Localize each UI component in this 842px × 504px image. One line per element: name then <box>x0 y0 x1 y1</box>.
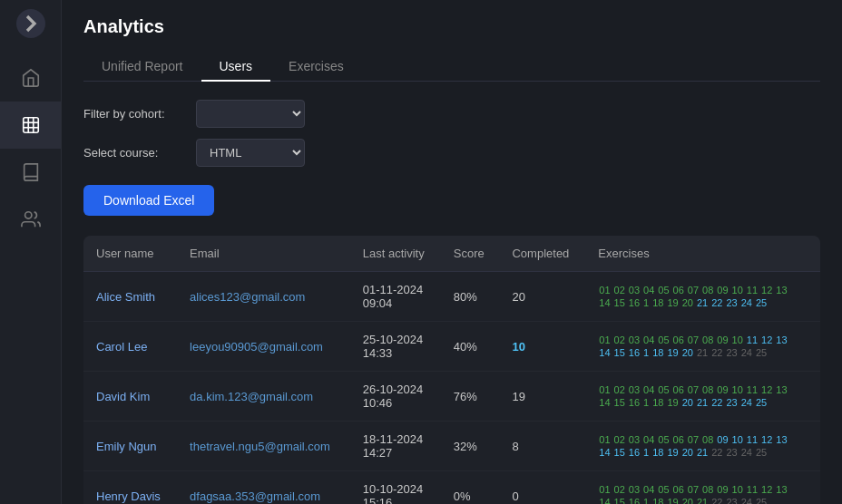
exercise-number: 03 <box>628 484 641 495</box>
col-score: Score <box>441 236 500 272</box>
exercise-number: 06 <box>672 334 685 345</box>
chevron-right-icon <box>16 9 45 38</box>
exercise-number: 04 <box>642 285 655 296</box>
sidebar-item-home[interactable] <box>0 54 61 102</box>
book-icon <box>21 162 41 182</box>
exercise-number: 02 <box>613 285 626 296</box>
exercise-number: 10 <box>731 285 744 296</box>
exercise-number: 01 <box>598 334 611 345</box>
exercise-number: 05 <box>657 384 670 395</box>
table-icon <box>21 115 41 135</box>
cell-email: alices123@gmail.com <box>177 272 350 322</box>
exercise-number: 07 <box>687 334 700 345</box>
exercise-number: 25 <box>755 347 768 358</box>
exercise-number: 14 <box>598 347 611 358</box>
exercise-number: 16 <box>628 347 641 358</box>
cell-email: da.kim.123@gmail.com <box>177 372 350 422</box>
cell-exercises: 0102030405060708091011121314151611819202… <box>585 372 820 422</box>
main-content: Analytics Unified Report Users Exercises… <box>62 0 842 504</box>
exercise-number: 24 <box>740 347 753 358</box>
sidebar-toggle-button[interactable] <box>16 9 45 38</box>
exercise-number: 25 <box>755 447 768 458</box>
exercise-number: 12 <box>760 285 773 296</box>
table-body: Alice Smithalices123@gmail.com01-11-2024… <box>83 272 820 505</box>
exercise-number: 14 <box>598 447 611 458</box>
exercise-number: 24 <box>740 497 753 504</box>
tab-exercises[interactable]: Exercises <box>270 52 362 81</box>
exercise-number: 19 <box>666 447 679 458</box>
col-exercises: Exercises <box>585 236 820 272</box>
exercise-number: 20 <box>681 447 694 458</box>
exercise-number: 25 <box>755 397 768 408</box>
cell-username: Henry Davis <box>83 471 177 505</box>
exercise-number: 18 <box>651 447 664 458</box>
exercise-number: 22 <box>710 497 723 504</box>
download-excel-button[interactable]: Download Excel <box>83 185 214 216</box>
exercise-number: 23 <box>725 297 738 308</box>
exercise-number: 01 <box>598 384 611 395</box>
course-label: Select course: <box>83 146 183 160</box>
exercise-number: 25 <box>755 297 768 308</box>
exercise-number: 07 <box>687 484 700 495</box>
cohort-select[interactable] <box>196 100 305 128</box>
exercise-number: 24 <box>740 397 753 408</box>
exercise-number: 06 <box>672 434 685 445</box>
cohort-label: Filter by cohort: <box>83 107 183 121</box>
sidebar <box>0 0 62 504</box>
exercise-number: 10 <box>731 334 744 345</box>
exercise-number: 08 <box>701 334 714 345</box>
exercise-number: 16 <box>628 397 641 408</box>
exercise-number: 07 <box>687 434 700 445</box>
cell-last-activity: 01-11-202409:04 <box>350 272 441 322</box>
exercise-number: 08 <box>701 484 714 495</box>
cohort-filter-row: Filter by cohort: <box>83 100 820 128</box>
sidebar-item-analytics[interactable] <box>0 102 61 149</box>
svg-rect-0 <box>23 118 38 133</box>
course-select[interactable]: HTML CSS JavaScript Python <box>196 139 305 167</box>
home-icon <box>21 68 41 88</box>
cell-last-activity: 18-11-202414:27 <box>350 422 441 471</box>
cell-completed: 0 <box>499 471 585 505</box>
exercise-number: 21 <box>696 447 709 458</box>
tab-unified-report[interactable]: Unified Report <box>83 52 201 81</box>
table-row: David Kimda.kim.123@gmail.com26-10-20241… <box>83 372 820 422</box>
exercise-number: 13 <box>775 384 788 395</box>
cell-exercises: 0102030405060708091011121314151611819202… <box>585 471 820 505</box>
cell-completed: 20 <box>499 272 585 322</box>
exercise-number: 16 <box>628 447 641 458</box>
exercise-number: 19 <box>666 347 679 358</box>
exercise-number: 08 <box>701 434 714 445</box>
exercise-number: 02 <box>613 384 626 395</box>
exercise-number: 11 <box>746 434 759 445</box>
table-row: Emily Ngunthetravel.ngu5@gmail.com18-11-… <box>83 422 820 471</box>
cell-completed: 19 <box>499 372 585 422</box>
exercise-number: 18 <box>651 347 664 358</box>
sidebar-item-courses[interactable] <box>0 149 61 196</box>
cell-last-activity: 25-10-202414:33 <box>350 322 441 372</box>
col-completed: Completed <box>499 236 585 272</box>
exercise-number: 02 <box>613 334 626 345</box>
page-header: Analytics Unified Report Users Exercises <box>62 0 842 82</box>
sidebar-item-users[interactable] <box>0 196 61 243</box>
exercise-number: 08 <box>701 285 714 296</box>
cell-exercises: 0102030405060708091011121314151611819202… <box>585 272 820 322</box>
col-email: Email <box>177 236 350 272</box>
exercise-number: 04 <box>642 384 655 395</box>
exercise-number: 09 <box>716 285 729 296</box>
exercise-number: 22 <box>710 297 723 308</box>
exercise-number: 20 <box>681 347 694 358</box>
tab-users[interactable]: Users <box>201 52 271 81</box>
exercise-number: 22 <box>710 347 723 358</box>
exercise-number: 12 <box>760 384 773 395</box>
exercise-number: 03 <box>628 384 641 395</box>
exercise-number: 19 <box>666 497 679 504</box>
exercise-number: 01 <box>598 484 611 495</box>
page-title: Analytics <box>83 16 820 37</box>
exercise-number: 04 <box>642 434 655 445</box>
exercise-number: 20 <box>681 397 694 408</box>
cell-username: David Kim <box>83 372 177 422</box>
filters-section: Filter by cohort: Select course: HTML CS… <box>83 100 820 167</box>
exercise-number: 09 <box>716 334 729 345</box>
cell-score: 32% <box>441 422 500 471</box>
exercise-number: 07 <box>687 384 700 395</box>
